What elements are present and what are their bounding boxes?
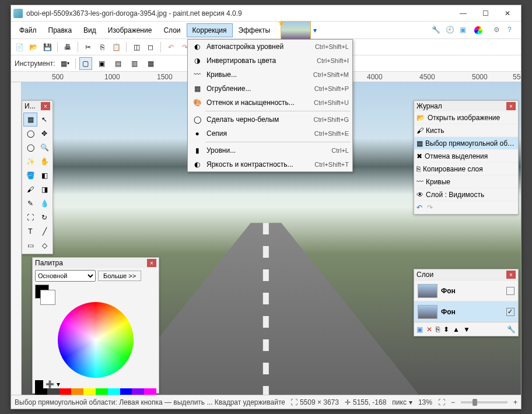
zoom-in-icon[interactable]: + (513, 398, 517, 406)
tool-fill[interactable]: 🪣 (23, 169, 37, 183)
tool-shapes[interactable]: ◇ (37, 238, 51, 252)
status-unit[interactable]: пикс ▾ (392, 398, 412, 406)
history-item[interactable]: 📂Открыть изображение (414, 111, 518, 124)
menu-item[interactable]: 🎨Оттенок и насыщенность...Ctrl+Shift+U (188, 96, 352, 110)
undo-icon[interactable]: ↶ (165, 41, 177, 53)
layer-down-icon[interactable]: ▼ (463, 325, 470, 334)
menu-item[interactable]: ◐Яркость и контрастность...Ctrl+Shift+T (188, 157, 352, 171)
color-swatch[interactable] (35, 285, 49, 299)
palette-menu-icon[interactable]: ▾ (57, 380, 60, 388)
menu-item[interactable]: ▮Уровни...Ctrl+L (188, 143, 352, 157)
layer-merge-icon[interactable]: ⬍ (443, 325, 449, 334)
tool-rect-select[interactable]: ▦ (23, 113, 37, 127)
color-type-select[interactable]: Основной (35, 270, 96, 282)
status-hint: Выбор прямоугольной области: Левая кнопк… (15, 398, 285, 406)
history-item[interactable]: ✖Отмена выделения (414, 150, 518, 163)
paste-icon[interactable]: 📋 (110, 41, 122, 53)
layer-duplicate-icon[interactable]: ⎘ (436, 325, 440, 334)
redo-button[interactable]: ↷ (427, 204, 433, 212)
tool-picker[interactable]: 💧 (37, 197, 51, 210)
history-item[interactable]: 〰Кривые (414, 176, 518, 188)
layer-up-icon[interactable]: ▲ (453, 325, 460, 334)
tool-move[interactable]: ↖ (37, 113, 51, 127)
layer-delete-icon[interactable]: ✕ (426, 325, 432, 334)
tools-window-button[interactable]: 🔧 (430, 24, 443, 37)
tool-ellipse-select[interactable]: ◯ (23, 141, 37, 155)
current-tool-icon[interactable]: ▦▾ (59, 57, 72, 70)
menu-layers[interactable]: Слои (158, 23, 186, 37)
menu-item[interactable]: ◐Автонастройка уровнейCtrl+Shift+L (188, 40, 352, 54)
history-item[interactable]: 👁Слой : Видимость (414, 188, 518, 201)
maximize-button[interactable]: ☐ (474, 6, 496, 21)
selmode-add[interactable]: ▣ (96, 57, 108, 70)
save-icon[interactable]: 💾 (41, 41, 53, 53)
layer-row[interactable]: Фон (414, 301, 518, 322)
selmode-invert[interactable]: ▦ (145, 57, 158, 70)
menu-item[interactable]: ◑Инвертировать цветаCtrl+Shift+I (188, 54, 352, 68)
menu-view[interactable]: Вид (78, 23, 102, 37)
menu-item[interactable]: ●СепияCtrl+Shift+E (188, 127, 352, 141)
tool-lasso[interactable]: ◯ (23, 127, 37, 141)
zoom-out-icon[interactable]: − (451, 398, 455, 406)
settings-button[interactable]: ⚙ (492, 24, 505, 37)
layer-props-icon[interactable]: 🔧 (507, 325, 516, 334)
close-button[interactable]: ✕ (496, 6, 519, 21)
layers-window-button[interactable]: ▣ (458, 24, 471, 37)
crop-icon[interactable]: ◫ (131, 41, 142, 53)
tool-recolor[interactable]: ↻ (37, 210, 51, 224)
tool-zoom[interactable]: 🔍 (37, 141, 51, 155)
menu-file[interactable]: Файл (13, 23, 43, 37)
status-zoom[interactable]: 13% (418, 398, 432, 406)
help-button[interactable]: ? (506, 24, 519, 37)
tool-pencil[interactable]: ✎ (23, 197, 37, 210)
deselect-icon[interactable]: ◻ (145, 41, 156, 53)
menu-item[interactable]: ▦Огрубление...Ctrl+Shift+P (188, 82, 352, 96)
menu-effects[interactable]: Эффекты (233, 23, 276, 37)
palette-add-icon[interactable]: ➕ (46, 380, 54, 388)
tools-panel-close[interactable]: × (41, 102, 50, 110)
new-icon[interactable]: 📄 (13, 41, 25, 53)
zoom-slider[interactable] (461, 401, 508, 404)
tool-clone[interactable]: ⛶ (23, 210, 37, 224)
tool-move-sel[interactable]: ✥ (37, 127, 51, 141)
open-icon[interactable]: 📂 (27, 41, 39, 53)
tool-line[interactable]: ╱ (37, 224, 51, 238)
history-item[interactable]: ⎘Копирование слоя (414, 163, 518, 176)
layers-close[interactable]: × (506, 271, 516, 279)
menu-adjustments[interactable]: Коррекция (187, 23, 233, 37)
selmode-replace[interactable]: ▢ (79, 57, 92, 70)
history-item[interactable]: ▦Выбор прямоугольной области (414, 137, 518, 150)
print-icon[interactable]: 🖶 (62, 41, 74, 53)
tool-pan[interactable]: ✋ (37, 155, 51, 169)
menu-item[interactable]: ◯Сделать черно-белымCtrl+Shift+G (188, 113, 352, 127)
history-window-button[interactable]: 🕘 (444, 24, 457, 37)
layer-row[interactable]: Фон (414, 280, 518, 301)
selmode-intersect[interactable]: ▥ (128, 57, 141, 70)
copy-icon[interactable]: ⎘ (96, 41, 108, 53)
history-item[interactable]: 🖌Кисть (414, 124, 518, 137)
zoom-fit-icon[interactable]: ⛶ (438, 398, 445, 406)
cut-icon[interactable]: ✂ (82, 41, 94, 53)
tool-text[interactable]: T (23, 224, 37, 238)
minimize-button[interactable]: — (452, 6, 474, 21)
tool-wand[interactable]: ✨ (23, 155, 37, 169)
colors-close[interactable]: × (147, 259, 156, 267)
tool-brush[interactable]: 🖌 (23, 183, 37, 197)
image-thumb[interactable]: ★ (281, 21, 311, 40)
selmode-subtract[interactable]: ▤ (112, 57, 125, 70)
history-close[interactable]: × (506, 102, 516, 110)
layer-visibility-checkbox[interactable] (506, 308, 514, 316)
menu-image[interactable]: Изображение (102, 23, 158, 37)
tool-gradient[interactable]: ◧ (37, 169, 51, 183)
thumb-dropdown-icon[interactable]: ▾ (313, 26, 317, 34)
tool-rect[interactable]: ▭ (23, 238, 37, 252)
tool-eraser[interactable]: ◨ (37, 183, 51, 197)
colors-more-button[interactable]: Больше >> (98, 271, 141, 281)
layer-visibility-checkbox[interactable] (506, 287, 514, 295)
undo-button[interactable]: ↶ (416, 204, 422, 212)
colors-window-button[interactable] (472, 24, 485, 37)
menu-edit[interactable]: Правка (43, 23, 78, 37)
color-wheel[interactable] (58, 302, 134, 378)
menu-item[interactable]: 〰Кривые...Ctrl+Shift+M (188, 68, 352, 82)
layer-add-icon[interactable]: ▣ (416, 325, 423, 334)
